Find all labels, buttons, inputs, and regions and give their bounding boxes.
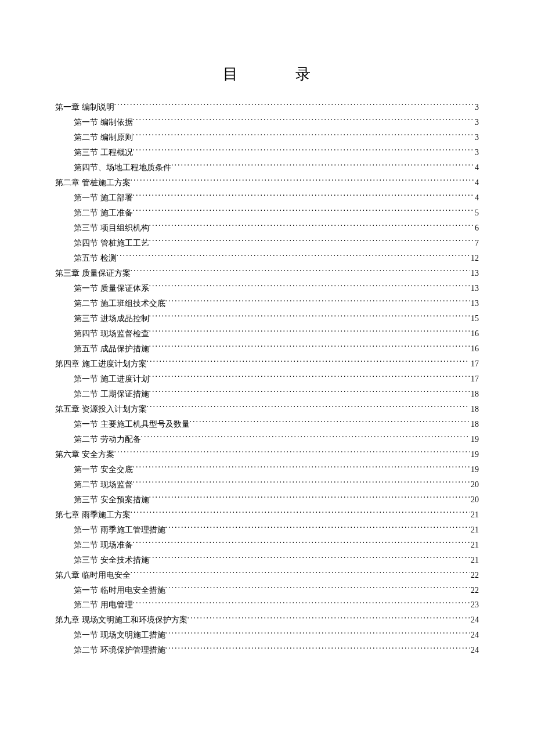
toc-page-number: 17 xyxy=(470,357,479,371)
toc-page-number: 6 xyxy=(474,221,479,235)
toc-entry-label: 第二节 现场监督 xyxy=(74,478,133,492)
toc-leader-dots xyxy=(165,524,470,532)
toc-row: 第九章 现场文明施工和环境保护方案24 xyxy=(55,613,479,627)
toc-page-number: 20 xyxy=(470,478,479,492)
toc-leader-dots xyxy=(149,313,470,321)
toc-leader-dots xyxy=(149,373,470,381)
toc-leader-dots xyxy=(133,479,470,487)
toc-row: 第一节 施工部署4 xyxy=(55,191,479,205)
toc-entry-label: 第八章 临时用电安全 xyxy=(55,568,131,582)
title-char-a: 目 xyxy=(223,66,239,82)
toc-entry-label: 第五节 成品保护措施 xyxy=(74,342,149,356)
toc-page-number: 15 xyxy=(470,312,479,326)
toc-page-number: 18 xyxy=(470,417,479,431)
page-title: 目 录 xyxy=(55,64,479,84)
toc-entry-label: 第二节 施工准备 xyxy=(74,206,133,220)
toc-page-number: 16 xyxy=(470,342,479,356)
toc-row: 第一节 质量保证体系13 xyxy=(55,282,479,296)
toc-leader-dots xyxy=(147,358,470,366)
toc-row: 第八章 临时用电安全22 xyxy=(55,568,479,582)
toc-page-number: 16 xyxy=(470,327,479,341)
toc-leader-dots xyxy=(147,404,470,412)
toc-leader-dots xyxy=(131,177,474,185)
toc-leader-dots xyxy=(131,509,470,517)
toc-page-number: 3 xyxy=(474,131,479,145)
toc-leader-dots xyxy=(131,268,470,276)
toc-leader-dots xyxy=(149,328,470,336)
toc-entry-label: 第二节 工期保证措施 xyxy=(74,387,149,401)
toc-page-number: 19 xyxy=(470,463,479,477)
toc-leader-dots xyxy=(133,147,474,155)
toc-leader-dots xyxy=(117,253,470,261)
toc-page-number: 18 xyxy=(470,387,479,401)
toc-page-number: 4 xyxy=(474,176,479,190)
toc-page-number: 21 xyxy=(470,538,479,552)
toc-row: 第一节 编制依据3 xyxy=(55,116,479,129)
toc-entry-label: 第二节 施工班组技术交底 xyxy=(74,297,165,311)
toc-page-number: 5 xyxy=(474,206,479,220)
toc-entry-label: 第四节、场地工程地质条件 xyxy=(74,161,171,175)
toc-page-number: 22 xyxy=(470,584,479,597)
toc-row: 第一章 编制说明3 xyxy=(55,100,479,114)
toc-row: 第三节 安全预案措施20 xyxy=(55,493,479,507)
toc-row: 第一节 施工进度计划17 xyxy=(55,372,479,386)
toc-row: 第六章 安全方案19 xyxy=(55,448,479,462)
toc-row: 第四节 现场监督检查16 xyxy=(55,327,479,341)
toc-row: 第二节 编制原则3 xyxy=(55,131,479,145)
toc-page-number: 13 xyxy=(470,297,479,311)
toc-leader-dots xyxy=(165,629,470,638)
toc-row: 第二节 施工准备5 xyxy=(55,206,479,220)
toc-entry-label: 第三节 工程概况 xyxy=(74,146,133,160)
toc-leader-dots xyxy=(114,102,474,110)
toc-entry-label: 第一章 编制说明 xyxy=(55,100,114,114)
toc-leader-dots xyxy=(171,162,474,170)
toc-page-number: 13 xyxy=(470,282,479,296)
toc-entry-label: 第九章 现场文明施工和环境保护方案 xyxy=(55,613,187,627)
toc-row: 第五节 成品保护措施16 xyxy=(55,342,479,356)
toc-entry-label: 第二节 现场准备 xyxy=(74,538,133,552)
toc-entry-label: 第一节 现场文明施工措施 xyxy=(74,628,165,642)
toc-entry-label: 第一节 临时用电安全措施 xyxy=(74,584,165,597)
toc-leader-dots xyxy=(133,599,470,607)
toc-row: 第三章 质量保证方案13 xyxy=(55,267,479,280)
table-of-contents: 第一章 编制说明3第一节 编制依据3第二节 编制原则3第三节 工程概况3第四节、… xyxy=(55,100,479,657)
toc-leader-dots xyxy=(187,614,470,622)
toc-leader-dots xyxy=(149,343,470,351)
toc-leader-dots xyxy=(133,464,470,472)
toc-entry-label: 第三节 进场成品控制 xyxy=(74,312,149,326)
toc-page-number: 21 xyxy=(470,553,479,567)
toc-row: 第三节 安全技术措施21 xyxy=(55,553,479,567)
toc-page-number: 12 xyxy=(470,251,479,265)
toc-page-number: 24 xyxy=(470,628,479,642)
toc-row: 第七章 雨季施工方案21 xyxy=(55,508,479,522)
toc-entry-label: 第一节 施工部署 xyxy=(74,191,133,205)
toc-row: 第二节 施工班组技术交底13 xyxy=(55,297,479,311)
toc-row: 第一节 现场文明施工措施24 xyxy=(55,628,479,642)
toc-entry-label: 第二节 用电管理 xyxy=(74,598,133,612)
toc-page-number: 17 xyxy=(470,372,479,386)
toc-row: 第一节 临时用电安全措施22 xyxy=(55,584,479,597)
toc-leader-dots xyxy=(149,283,470,291)
toc-row: 第四节、场地工程地质条件4 xyxy=(55,161,479,175)
toc-row: 第一节 安全交底19 xyxy=(55,463,479,477)
toc-page-number: 19 xyxy=(470,433,479,447)
toc-page-number: 19 xyxy=(470,448,479,462)
toc-page-number: 24 xyxy=(470,643,479,657)
toc-entry-label: 第七章 雨季施工方案 xyxy=(55,508,131,522)
toc-page-number: 7 xyxy=(474,236,479,250)
toc-row: 第五章 资源投入计划方案18 xyxy=(55,402,479,416)
toc-leader-dots xyxy=(190,419,470,427)
toc-entry-label: 第二节 环境保护管理措施 xyxy=(74,643,165,657)
toc-entry-label: 第一节 质量保证体系 xyxy=(74,282,149,296)
toc-row: 第三节 项目组织机构6 xyxy=(55,221,479,235)
toc-row: 第二节 劳动力配备19 xyxy=(55,433,479,447)
toc-leader-dots xyxy=(149,237,474,246)
toc-leader-dots xyxy=(149,555,470,563)
toc-entry-label: 第一节 安全交底 xyxy=(74,463,133,477)
toc-page-number: 3 xyxy=(474,100,479,114)
title-char-b: 录 xyxy=(295,66,312,82)
toc-entry-label: 第一节 编制依据 xyxy=(74,116,133,129)
toc-leader-dots xyxy=(133,132,474,140)
toc-page-number: 4 xyxy=(474,161,479,175)
toc-leader-dots xyxy=(165,645,470,653)
